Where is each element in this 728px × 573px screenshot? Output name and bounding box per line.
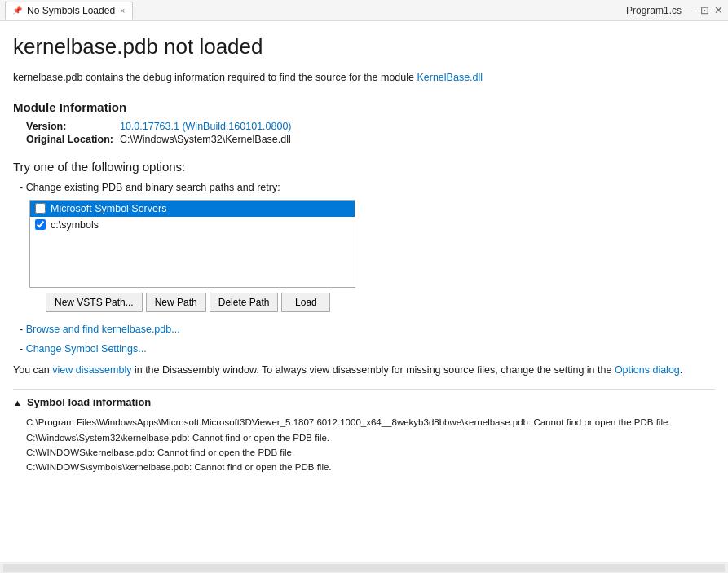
chevron-down-icon: ▲ <box>13 398 22 408</box>
main-content: kernelbase.pdb not loaded kernelbase.pdb… <box>0 21 728 562</box>
change-symbol-link[interactable]: Change Symbol Settings... <box>26 343 147 355</box>
change-symbol-link-row: - Change Symbol Settings... <box>20 343 715 355</box>
new-path-button[interactable]: New Path <box>146 293 206 312</box>
version-label: Version: <box>26 121 113 132</box>
pin-icon: 📌 <box>12 6 22 15</box>
symbol-log: C:\Program Files\WindowsApps\Microsoft.M… <box>26 415 715 475</box>
module-name: KernelBase.dll <box>417 72 483 83</box>
page-title: kernelbase.pdb not loaded <box>13 34 715 60</box>
log-entry-4: C:\WINDOWS\symbols\kernelbase.pdb: Canno… <box>26 460 715 474</box>
path-list-container: Microsoft Symbol Servers c:\symbols New … <box>29 200 715 312</box>
change-path-section: - Change existing PDB and binary search … <box>20 182 715 193</box>
tab-close-icon[interactable]: × <box>120 6 125 15</box>
options-title: Try one of the following options: <box>13 160 715 174</box>
path-buttons-row: New VSTS Path... New Path Delete Path Lo… <box>46 293 715 312</box>
new-vsts-path-button[interactable]: New VSTS Path... <box>46 293 143 312</box>
symbol-dash: - <box>20 343 26 355</box>
symbol-load-title: Symbol load information <box>27 396 151 408</box>
microsoft-servers-checkbox[interactable] <box>35 203 46 214</box>
close-window-icon[interactable]: ✕ <box>714 4 723 16</box>
load-button[interactable]: Load <box>281 293 330 312</box>
disassembly-text: You can view disassembly in the Disassem… <box>13 363 715 378</box>
filename-label: Program1.cs <box>626 5 682 16</box>
description-text: kernelbase.pdb contains the debug inform… <box>13 71 715 86</box>
path-list[interactable]: Microsoft Symbol Servers c:\symbols <box>29 200 355 288</box>
path-item-microsoft[interactable]: Microsoft Symbol Servers <box>30 201 355 217</box>
c-symbols-label: c:\symbols <box>51 219 99 231</box>
options-dialog-link[interactable]: Options dialog <box>615 364 680 376</box>
browse-link-row: - Browse and find kernelbase.pdb... <box>20 324 715 335</box>
delete-path-button[interactable]: Delete Path <box>210 293 279 312</box>
version-value: 10.0.17763.1 (WinBuild.160101.0800) <box>120 121 715 132</box>
change-path-label: - Change existing PDB and binary search … <box>20 182 715 193</box>
tab-label: No Symbols Loaded <box>27 5 115 16</box>
log-entry-1: C:\Program Files\WindowsApps\Microsoft.M… <box>26 415 715 430</box>
dash-icon: - <box>20 182 26 193</box>
symbol-load-header[interactable]: ▲ Symbol load information <box>13 396 715 408</box>
title-bar: 📌 No Symbols Loaded × Program1.cs — ⊡ ✕ <box>0 0 728 21</box>
log-entry-2: C:\Windows\System32\kernelbase.pdb: Cann… <box>26 430 715 445</box>
browse-dash: - <box>20 324 26 335</box>
window-controls: — ⊡ ✕ <box>685 4 723 16</box>
location-label: Original Location: <box>26 134 113 145</box>
module-info-grid: Version: 10.0.17763.1 (WinBuild.160101.0… <box>26 121 715 145</box>
minimize-icon[interactable]: — <box>685 4 695 16</box>
bottom-scrollbar-bar <box>0 562 728 573</box>
maximize-icon[interactable]: ⊡ <box>700 4 709 16</box>
view-disassembly-link[interactable]: view disassembly <box>52 364 131 376</box>
log-entry-3: C:\WINDOWS\kernelbase.pdb: Cannot find o… <box>26 445 715 460</box>
c-symbols-checkbox[interactable] <box>35 219 46 230</box>
symbol-load-section: ▲ Symbol load information C:\Program Fil… <box>13 389 715 475</box>
tab-no-symbols[interactable]: 📌 No Symbols Loaded × <box>5 2 133 20</box>
path-item-c-symbols[interactable]: c:\symbols <box>30 217 355 233</box>
title-bar-right: Program1.cs — ⊡ ✕ <box>626 4 723 16</box>
module-info-title: Module Information <box>13 100 715 114</box>
browse-link[interactable]: Browse and find kernelbase.pdb... <box>26 324 180 335</box>
location-value: C:\Windows\System32\KernelBase.dll <box>120 134 715 145</box>
horizontal-scrollbar[interactable] <box>3 564 725 572</box>
microsoft-servers-label: Microsoft Symbol Servers <box>51 203 166 214</box>
